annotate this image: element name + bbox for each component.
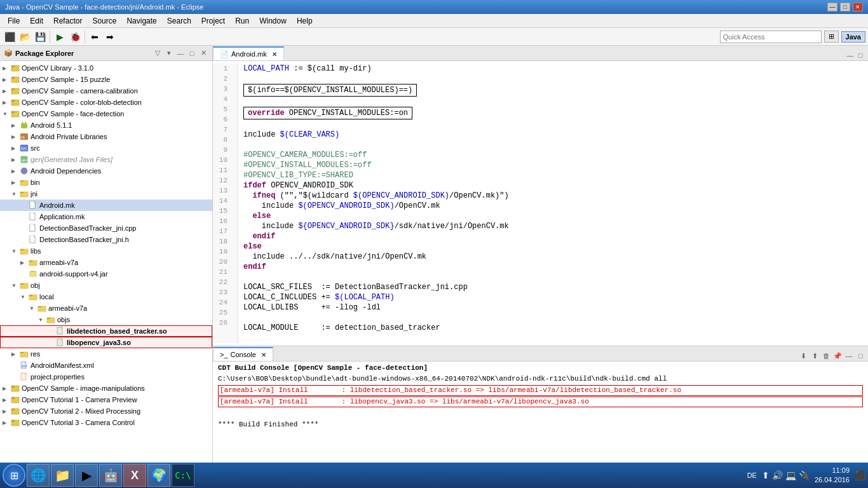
maximize-button[interactable]: □ [840,3,850,11]
editor-tab-androidmk[interactable]: 📄 Android.mk ✕ [213,46,284,60]
toolbar-open-btn[interactable]: 📂 [18,30,32,44]
tree-item[interactable]: libdetection_based_tracker.so [0,325,212,337]
tree-item[interactable]: ▼obj [0,280,212,291]
panel-menu-btn[interactable]: ▾ [164,48,174,58]
tree-item[interactable]: ▶armeabi-v7a [0,257,212,268]
console-up-btn[interactable]: ⬆ [810,351,820,361]
close-button[interactable]: ✕ [853,3,863,11]
tree-item[interactable]: libopencv_java3.so [0,337,212,348]
console-tab-close-icon[interactable]: ✕ [261,351,266,358]
toolbar-prev-btn[interactable]: ⬅ [88,30,102,44]
tree-item[interactable]: ▼libs [0,245,212,257]
tree-item[interactable]: ▼jni [0,188,212,200]
tree-item[interactable]: xmlAndroidManifest.xml [0,360,212,371]
tree-item[interactable]: ▶OpenCV Tutorial 1 - Camera Preview [0,394,212,405]
tree-label: bin [31,179,40,186]
tree-item[interactable]: DetectionBasedTracker_jni.h [0,234,212,245]
tree-item[interactable]: ▼local [0,291,212,302]
panel-collapse-btn[interactable]: ▽ [153,48,163,58]
tree-item[interactable]: ▶srcsrc [0,142,212,154]
tree-item[interactable]: ▶OpenCV Sample - camera-calibration [0,85,212,97]
tree-item[interactable]: ▶bin [0,177,212,188]
console-area: >_ Console ✕ ⬇ ⬆ 🗑 📌 — □ CDT Bui [213,346,868,473]
menu-source[interactable]: Source [87,15,121,27]
tree-item[interactable]: Application.mk [0,211,212,222]
taskbar-icon-ie[interactable]: 🌐 [27,464,50,487]
toolbar-new-btn[interactable]: ⬛ [3,30,17,44]
tree-item[interactable]: ▶gengen [Generated Java Files] [0,154,212,165]
tree-item[interactable]: ▶OpenCV Tutorial 3 - Camera Control [0,417,212,428]
minimize-button[interactable]: — [827,3,837,11]
tree-item[interactable]: project.properties [0,371,212,383]
tree-item[interactable]: ▼armeabi-v7a [0,302,212,314]
java-perspective-btn[interactable]: Java [841,31,865,43]
taskbar-icon-browser[interactable]: 🌍 [147,464,170,487]
console-maximize-btn[interactable]: □ [855,351,865,361]
toolbar-save-btn[interactable]: 💾 [33,30,47,44]
panel-maximize-btn[interactable]: □ [187,48,197,58]
tree-icon [10,417,20,428]
tree-item[interactable]: Android.mk [0,200,212,211]
tree-label-suffix: [Generated Java Files] [42,156,112,163]
console-clear-btn[interactable]: 🗑 [821,351,831,361]
tree-item[interactable]: ▶Android Dependencies [0,165,212,177]
console-tab-label: Console [231,351,256,358]
tree-item[interactable]: ▼objs [0,314,212,325]
editor-tab-close-icon[interactable]: ✕ [272,51,277,58]
tree-item[interactable]: ▶Android 5.1.1 [0,119,212,131]
menu-refactor[interactable]: Refactor [48,15,87,27]
svg-rect-9 [11,111,15,113]
tree-arrow: ▶ [3,420,10,426]
menu-file[interactable]: File [3,15,25,27]
menu-window[interactable]: Window [254,15,292,27]
tree-item[interactable]: ▼OpenCV Sample - face-detection [0,108,212,119]
taskbar-icon-terminal[interactable]: C:\ [172,464,194,487]
menu-search[interactable]: Search [162,15,196,27]
tree-item[interactable]: DetectionBasedTracker_jni.cpp [0,222,212,234]
console-minimize-btn[interactable]: — [844,351,854,361]
tree-item[interactable]: ▶res [0,348,212,360]
code-area[interactable]: LOCAL_PATH := $(call my-dir) $(info==$(O… [238,64,868,343]
perspective-btn[interactable]: ⊞ [824,30,839,43]
menu-navigate[interactable]: Navigate [121,15,161,27]
panel-minimize-btn[interactable]: — [175,48,186,58]
tree-item[interactable]: ▶OpenCV Sample - 15 puzzle [0,74,212,85]
console-down-btn[interactable]: ⬇ [798,351,808,361]
toolbar-next-btn[interactable]: ➡ [103,30,117,44]
tree-item[interactable]: ▶OpenCV Tutorial 2 - Mixed Processing [0,405,212,417]
svg-text:lib: lib [21,135,25,139]
menu-run[interactable]: Run [230,15,254,27]
editor-scroll-area[interactable]: 1234567891011121314151617181920212223242… [213,61,868,346]
taskbar-icon-explorer[interactable]: 📁 [51,464,74,487]
menu-project[interactable]: Project [196,15,230,27]
taskbar-icon-media[interactable]: ▶ [75,464,98,487]
panel-close-btn[interactable]: ✕ [198,48,208,58]
menu-edit[interactable]: Edit [25,15,48,27]
tree-item[interactable]: android-support-v4.jar [0,268,212,280]
svg-rect-62 [11,409,15,410]
console-pin-btn[interactable]: 📌 [832,351,843,361]
svg-rect-7 [11,100,15,102]
tree-arrow: ▼ [3,111,10,117]
tree-item[interactable]: ▶OpenCV Library - 3.1.0 [0,62,212,74]
code-line: else [243,211,868,221]
start-button[interactable]: ⊞ [3,464,25,487]
menu-help[interactable]: Help [292,15,318,27]
tree-label: armeabi-v7a [48,304,87,312]
tree-arrow: ▶ [11,146,19,151]
toolbar-debug-btn[interactable]: 🐞 [68,30,82,44]
svg-point-12 [25,122,26,123]
console-tab[interactable]: >_ Console ✕ [213,347,273,361]
taskbar-icon-xampp[interactable]: X [123,464,146,487]
editor-content[interactable]: 1234567891011121314151617181920212223242… [213,61,868,346]
editor-maximize-btn[interactable]: □ [855,50,865,60]
editor-minimize-btn[interactable]: — [845,50,855,60]
toolbar-run-btn[interactable]: ▶ [53,30,67,44]
tree-item[interactable]: ▶OpenCV Sample - color-blob-detection [0,97,212,108]
tree-item[interactable]: ▶libAndroid Private Libraries [0,131,212,142]
quick-access-input[interactable] [720,30,822,43]
tree-item[interactable]: ▶OpenCV Sample - image-manipulations [0,383,212,394]
tree-arrow: ▶ [20,260,28,266]
console-line [218,408,863,417]
taskbar-icon-android[interactable]: 🤖 [99,464,122,487]
